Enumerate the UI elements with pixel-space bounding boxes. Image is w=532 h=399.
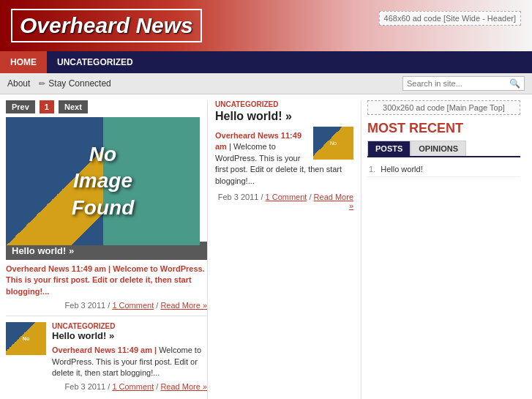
slider-page: 1	[40, 100, 54, 113]
main-nav: HOME UNCATEGORIZED	[0, 51, 532, 73]
mid-post-meta: Feb 3 2011 / 1 Comment / Read More »	[215, 193, 353, 210]
featured-image: No Image Found	[6, 117, 200, 245]
prev-button[interactable]: Prev	[6, 100, 35, 113]
mid-post-thumb: No	[313, 127, 353, 160]
list-comments-link[interactable]: 1 Comment	[112, 382, 154, 391]
right-ad: 300x260 ad code [Main Page Top]	[367, 100, 520, 115]
list-post-thumb: No	[6, 322, 46, 355]
search-icon[interactable]: 🔍	[509, 78, 520, 89]
content-wrapper: Prev 1 Next No Image Found Hello world! …	[0, 94, 532, 399]
mid-post-category: UNCATEGORIZED	[215, 100, 353, 108]
search-bar[interactable]: 🔍	[402, 76, 525, 91]
featured-post-meta: Feb 3 2011 / 1 Comment / Read More »	[6, 301, 207, 310]
sub-nav-stay-connected[interactable]: ✏ Stay Connected	[39, 78, 110, 89]
list-post-meta: Feb 3 2011 / 1 Comment / Read More »	[52, 382, 207, 391]
sub-nav-links: About ✏ Stay Connected	[7, 78, 111, 89]
featured-post-summary: Overheard News 11:49 am | Welcome to Wor…	[6, 264, 207, 297]
mid-post-title[interactable]: Hello world! »	[215, 110, 353, 123]
pencil-icon: ✏	[39, 79, 45, 89]
mid-read-more-link[interactable]: Read More »	[314, 193, 353, 210]
site-header: Overheard News 468x60 ad code [Site Wide…	[0, 0, 532, 51]
list-read-more-link[interactable]: Read More »	[160, 382, 207, 391]
sub-nav-about[interactable]: About	[7, 78, 30, 89]
header-ad: 468x60 ad code [Site Wide - Header]	[379, 11, 521, 26]
no-image-text: No Image Found	[72, 141, 135, 221]
mid-column: UNCATEGORIZED Hello world! » No Overhear…	[207, 100, 361, 399]
right-column: 300x260 ad code [Main Page Top] MOST REC…	[361, 100, 526, 399]
site-title[interactable]: Overheard News	[11, 9, 202, 42]
list-post: No UNCATEGORIZED Hello world! » Overhear…	[6, 316, 207, 399]
nav-item-home[interactable]: HOME	[0, 51, 47, 73]
nav-item-uncategorized[interactable]: UNCATEGORIZED	[47, 51, 143, 73]
main-column: Prev 1 Next No Image Found Hello world! …	[6, 100, 207, 399]
list-post-category: UNCATEGORIZED	[52, 322, 207, 330]
tab-posts[interactable]: POSTS	[367, 141, 411, 156]
list-post-content: UNCATEGORIZED Hello world! » Overheard N…	[52, 322, 207, 397]
search-input[interactable]	[407, 79, 509, 88]
recent-posts-list: 1. Hello world!	[367, 162, 520, 177]
next-button[interactable]: Next	[59, 100, 88, 113]
recent-post-link[interactable]: Hello world!	[381, 165, 422, 174]
featured-comments-link[interactable]: 1 Comment	[112, 301, 154, 310]
mid-comments-link[interactable]: 1 Comment	[266, 193, 307, 201]
mid-post-body: No Overheard News 11:49 am | Welcome to …	[215, 127, 353, 190]
most-recent-title: MOST RECENT	[367, 121, 520, 136]
recent-post-item: 1. Hello world!	[367, 162, 520, 177]
tab-bar: POSTS OPINIONS	[367, 141, 520, 157]
featured-read-more-link[interactable]: Read More »	[160, 301, 207, 310]
sub-nav: About ✏ Stay Connected 🔍	[0, 73, 532, 94]
list-post-title[interactable]: Hello world! »	[52, 330, 207, 341]
tab-opinions[interactable]: OPINIONS	[411, 141, 466, 156]
list-post-summary: Overheard News 11:49 am | Welcome to Wor…	[52, 345, 207, 379]
slider-nav: Prev 1 Next	[6, 100, 207, 113]
